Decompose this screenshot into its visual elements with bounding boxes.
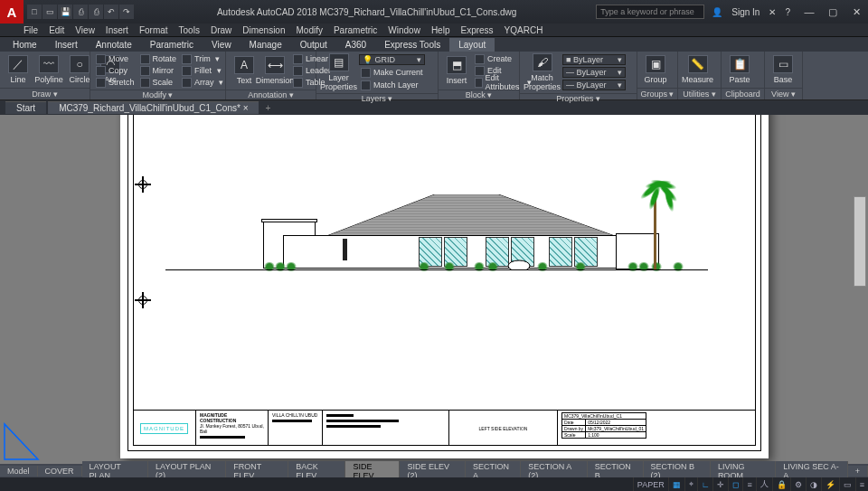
- ucs-icon[interactable]: [2, 417, 47, 462]
- new-tab-button[interactable]: +: [260, 103, 275, 113]
- measure-button[interactable]: 📏Measure: [682, 55, 713, 84]
- panel-annotation-label[interactable]: Annotation ▾: [226, 90, 316, 99]
- menu-draw[interactable]: Draw: [211, 25, 231, 35]
- trim-button[interactable]: Trim ▾: [180, 53, 225, 64]
- tab-express[interactable]: Express Tools: [375, 38, 449, 52]
- panel-view-label[interactable]: View ▾: [765, 88, 802, 99]
- match-layer-button[interactable]: Match Layer: [359, 80, 425, 90]
- array-button[interactable]: Array ▾: [180, 77, 225, 88]
- rotate-button[interactable]: Rotate: [138, 53, 179, 64]
- panel-properties-label[interactable]: Properties ▾: [520, 93, 637, 103]
- menu-dimension[interactable]: Dimension: [242, 25, 285, 35]
- menu-parametric[interactable]: Parametric: [334, 25, 377, 35]
- match-properties-button[interactable]: 🖌Match Properties: [524, 53, 561, 91]
- menu-modify[interactable]: Modify: [297, 25, 323, 35]
- hardware-accel-icon[interactable]: ⚡: [821, 477, 839, 491]
- app-logo[interactable]: A: [0, 0, 24, 24]
- clean-screen-icon[interactable]: ▭: [839, 477, 855, 491]
- tab-layout[interactable]: Layout: [449, 38, 495, 52]
- qat-plot-icon[interactable]: ⎙: [89, 5, 103, 19]
- minimize-button[interactable]: —: [797, 0, 821, 24]
- exchange-icon[interactable]: ✕: [769, 7, 776, 17]
- panel-block-label[interactable]: Block ▾: [439, 90, 519, 99]
- polyline-button[interactable]: 〰Polyline: [34, 55, 63, 84]
- qat-new-icon[interactable]: □: [27, 5, 42, 19]
- file-tab-current[interactable]: MC379_Richard_VillaChill'inUbud_C1_Cons*…: [48, 101, 259, 114]
- paste-button[interactable]: 📋Paste: [725, 55, 754, 84]
- osnap-toggle-icon[interactable]: ◻: [728, 477, 742, 491]
- navigation-bar[interactable]: [854, 196, 866, 287]
- signin-area[interactable]: 👤 Sign In ✕ ?: [704, 7, 797, 17]
- layout-tab[interactable]: Model: [0, 466, 38, 477]
- tab-insert[interactable]: Insert: [46, 38, 87, 52]
- stretch-button[interactable]: Stretch: [94, 77, 137, 88]
- qat-save-icon[interactable]: 💾: [58, 5, 72, 19]
- help-icon[interactable]: ?: [785, 7, 790, 17]
- ortho-toggle-icon[interactable]: ∟: [697, 477, 713, 491]
- snap-toggle-icon[interactable]: ⌖: [684, 477, 697, 491]
- search-input[interactable]: Type a keyword or phrase: [596, 5, 704, 19]
- customize-icon[interactable]: ≡: [855, 477, 868, 491]
- base-view-button[interactable]: ▭Base: [769, 55, 797, 84]
- qat-open-icon[interactable]: ▭: [42, 5, 57, 19]
- isolate-icon[interactable]: ◑: [806, 477, 821, 491]
- panel-utilities-label[interactable]: Utilities ▾: [678, 88, 721, 99]
- menu-tools[interactable]: Tools: [179, 25, 200, 35]
- qat-saveas-icon[interactable]: ⎙: [73, 5, 88, 19]
- line-button[interactable]: ／Line: [4, 55, 33, 84]
- anno-toggle-icon[interactable]: 人: [756, 477, 772, 491]
- make-current-button[interactable]: Make Current: [359, 67, 425, 78]
- panel-groups-label[interactable]: Groups ▾: [637, 88, 677, 99]
- text-button[interactable]: AText: [230, 56, 259, 85]
- lineweight-combo[interactable]: — ByLayer▾: [562, 67, 626, 78]
- fillet-button[interactable]: Fillet ▾: [180, 65, 225, 76]
- layer-properties-button[interactable]: ▤Layer Properties: [320, 53, 357, 91]
- menu-view[interactable]: View: [75, 25, 95, 35]
- tab-view[interactable]: View: [203, 38, 241, 52]
- status-paper-toggle[interactable]: PAPER: [633, 477, 668, 491]
- polar-toggle-icon[interactable]: ✛: [712, 477, 728, 491]
- menu-insert[interactable]: Insert: [106, 25, 128, 35]
- color-combo[interactable]: ■ ByLayer▾: [562, 54, 626, 65]
- anno-scale-icon[interactable]: 🔒: [772, 477, 790, 491]
- linetype-combo[interactable]: — ByLayer▾: [562, 80, 626, 90]
- file-tab-start[interactable]: Start: [5, 101, 46, 114]
- panel-block: ⬒Insert Create Edit Edit Attributes ▾ Bl…: [439, 52, 520, 99]
- mirror-button[interactable]: Mirror: [138, 65, 179, 76]
- menu-yqarch[interactable]: YQARCH: [505, 25, 543, 35]
- add-layout-button[interactable]: +: [848, 466, 868, 477]
- panel-layers-label[interactable]: Layers ▾: [316, 93, 438, 103]
- menu-express[interactable]: Express: [460, 25, 493, 35]
- maximize-button[interactable]: ▢: [821, 0, 844, 24]
- tab-annotate[interactable]: Annotate: [87, 38, 141, 52]
- grid-toggle-icon[interactable]: ▦: [668, 477, 684, 491]
- dimension-button[interactable]: ⟷Dimension: [260, 56, 289, 85]
- panel-draw-label[interactable]: Draw ▾: [0, 88, 90, 99]
- tab-home[interactable]: Home: [4, 38, 46, 52]
- group-button[interactable]: ▣Group: [641, 55, 670, 84]
- copy-button[interactable]: Copy: [94, 65, 137, 76]
- qat-undo-icon[interactable]: ↶: [104, 5, 118, 19]
- menu-window[interactable]: Window: [388, 25, 420, 35]
- workspace-icon[interactable]: ⚙: [790, 477, 806, 491]
- close-button[interactable]: ✕: [844, 0, 868, 24]
- tab-output[interactable]: Output: [291, 38, 336, 52]
- tab-manage[interactable]: Manage: [241, 38, 291, 52]
- panel-modify-label[interactable]: Modify ▾: [90, 90, 225, 99]
- menu-edit[interactable]: Edit: [49, 25, 64, 35]
- close-tab-icon[interactable]: ×: [243, 103, 249, 113]
- layer-combo[interactable]: 💡 GRID▾: [359, 54, 425, 65]
- scale-button[interactable]: Scale: [138, 77, 179, 88]
- menu-help[interactable]: Help: [431, 25, 450, 35]
- tab-parametric[interactable]: Parametric: [141, 38, 203, 52]
- tab-a360[interactable]: A360: [336, 38, 375, 52]
- menu-file[interactable]: File: [24, 25, 38, 35]
- menu-format[interactable]: Format: [139, 25, 168, 35]
- insert-block-button[interactable]: ⬒Insert: [442, 56, 471, 85]
- lineweight-toggle-icon[interactable]: ≡: [742, 477, 755, 491]
- move-button[interactable]: Move: [94, 53, 137, 64]
- layout-tab[interactable]: COVER: [38, 466, 82, 477]
- qat-redo-icon[interactable]: ↷: [119, 5, 134, 19]
- drawing-area[interactable]: MAGNITUDE MAGNITUDE CONSTRUCTION Jl. Mon…: [0, 115, 868, 464]
- panel-clipboard-label[interactable]: Clipboard: [722, 88, 764, 99]
